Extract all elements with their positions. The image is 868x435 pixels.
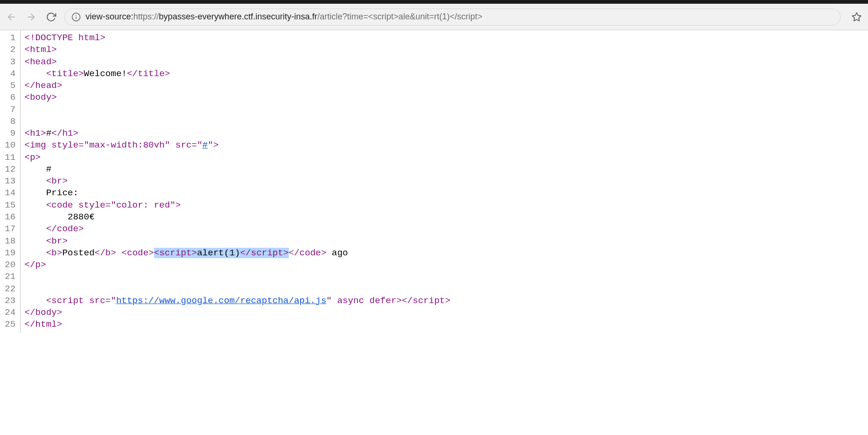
browser-toolbar: view-source:https://bypasses-everywhere.… [0, 4, 868, 30]
url-prefix: view-source: [86, 12, 133, 21]
token [25, 296, 46, 306]
token: </html> [25, 319, 62, 330]
line-number: 9 [5, 128, 17, 139]
source-line: </p> [25, 259, 451, 271]
token: ago [326, 248, 348, 258]
url-bar[interactable]: view-source:https://bypasses-everywhere.… [64, 9, 841, 26]
token: </body> [25, 307, 62, 318]
line-number: 4 [5, 68, 17, 80]
source-line: <head> [25, 56, 451, 68]
line-number: 8 [5, 116, 17, 128]
source-line: <b>Posted</b> <code><script>alert(1)</sc… [25, 247, 451, 259]
reload-icon [46, 12, 56, 22]
line-number: 13 [5, 175, 17, 187]
source-line [25, 104, 451, 116]
token: <p> [25, 152, 41, 163]
url-text: view-source:https://bypasses-everywhere.… [86, 12, 482, 22]
token: <head> [25, 57, 57, 67]
source-line: <p> [25, 152, 451, 164]
source-line: <br> [25, 175, 451, 187]
token: </h1> [52, 128, 78, 139]
arrow-right-icon [26, 12, 36, 22]
token: <code> [122, 248, 154, 258]
line-number: 16 [5, 211, 17, 223]
arrow-left-icon [6, 12, 17, 22]
token: " async defer></script> [326, 296, 450, 306]
source-line: </code> [25, 223, 451, 235]
token: 2880€ [25, 212, 95, 222]
back-button[interactable] [5, 10, 18, 24]
token: https://www.google.com/recaptcha/api.js [116, 296, 327, 306]
line-number: 22 [5, 283, 17, 295]
token: </code> [289, 248, 327, 258]
source-line [25, 283, 451, 295]
bookmark-button[interactable] [850, 10, 863, 24]
token [25, 176, 46, 186]
token: Welcome! [84, 69, 127, 79]
svg-marker-5 [852, 12, 861, 20]
token [25, 248, 46, 258]
line-number: 21 [5, 271, 17, 283]
token: # [202, 140, 208, 150]
url-host: bypasses-everywhere.ctf.insecurity-insa.… [159, 12, 317, 21]
source-line: 2880€ [25, 211, 451, 223]
line-number: 24 [5, 307, 17, 319]
line-number: 11 [5, 152, 17, 164]
source-line: <title>Welcome!</title> [25, 68, 451, 80]
token: Price: [25, 188, 78, 198]
token: </head> [25, 80, 62, 91]
tab-strip [0, 0, 868, 4]
token: </p> [25, 260, 46, 270]
source-line [25, 271, 451, 283]
star-icon [851, 12, 862, 22]
line-number: 5 [5, 80, 17, 92]
source-line: </html> [25, 319, 451, 331]
line-number: 18 [5, 235, 17, 247]
source-line: <br> [25, 235, 451, 247]
token: <title> [46, 69, 84, 79]
token [25, 236, 46, 246]
line-number: 12 [5, 164, 17, 175]
token: # [25, 164, 52, 174]
line-number: 14 [5, 187, 17, 199]
source-line: <code style="color: red"> [25, 200, 451, 211]
line-number: 15 [5, 200, 17, 211]
token: <html> [25, 44, 57, 55]
info-icon[interactable] [71, 12, 81, 22]
line-number: 23 [5, 295, 17, 307]
line-number: 25 [5, 319, 17, 331]
token: </b> [95, 248, 116, 258]
token: <!DOCTYPE html> [25, 33, 105, 43]
line-number: 20 [5, 259, 17, 271]
token: <script src=" [46, 296, 116, 306]
line-number: 17 [5, 223, 17, 235]
token: # [46, 128, 51, 139]
token [25, 224, 46, 234]
source-line [25, 116, 451, 128]
reload-button[interactable] [44, 10, 58, 24]
line-number: 7 [5, 104, 17, 116]
source-line: <h1>#</h1> [25, 128, 451, 139]
token [25, 200, 46, 210]
token: "> [208, 140, 218, 150]
token: <img style="max-width:80vh" src=" [25, 140, 202, 150]
source-line: <!DOCTYPE html> [25, 32, 451, 44]
source-line: <script src="https://www.google.com/reca… [25, 295, 451, 307]
url-path: /article?time=<script>ale&unit=rt(1)</sc… [317, 12, 482, 21]
source-line: </body> [25, 307, 451, 319]
line-number: 3 [5, 56, 17, 68]
token: <code style="color: red"> [46, 200, 181, 210]
url-scheme: https:// [133, 12, 159, 21]
source-line: Price: [25, 187, 451, 199]
source-content[interactable]: <!DOCTYPE html><html><head> <title>Welco… [21, 30, 454, 333]
token: <script> [154, 248, 197, 258]
token: </title> [127, 69, 170, 79]
token: <br> [46, 236, 68, 246]
token: <b> [46, 248, 62, 258]
source-line: </head> [25, 80, 451, 92]
source-line: <html> [25, 44, 451, 56]
forward-button[interactable] [25, 10, 38, 24]
source-line: <img style="max-width:80vh" src="#"> [25, 139, 451, 151]
line-number: 10 [5, 139, 17, 151]
token [116, 248, 122, 258]
